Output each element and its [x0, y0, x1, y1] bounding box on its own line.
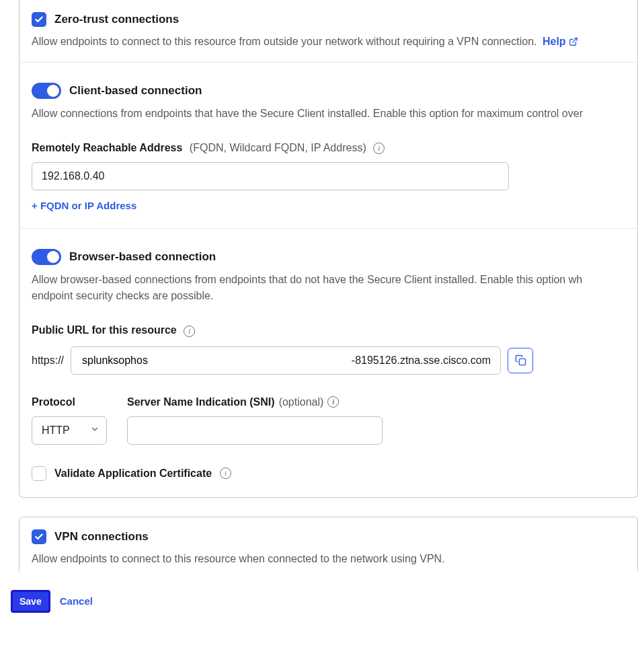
url-scheme: https:// [32, 354, 64, 367]
browser-connection-title: Browser-based connection [69, 250, 216, 264]
save-button[interactable]: Save [11, 590, 50, 613]
help-link-label: Help [543, 34, 566, 50]
svg-line-0 [572, 38, 576, 42]
client-connection-desc: Allow connections from endpoints that ha… [32, 106, 625, 122]
validate-cert-checkbox[interactable] [32, 466, 46, 481]
sni-input[interactable] [127, 416, 383, 445]
browser-connection-section: Browser-based connection Allow browser-b… [19, 229, 637, 496]
client-connection-title: Client-based connection [69, 84, 202, 98]
zero-trust-desc: Allow endpoints to connect to this resou… [32, 34, 625, 50]
copy-url-button[interactable] [508, 348, 533, 373]
public-url-label: Public URL for this resource [32, 324, 177, 336]
footer-actions: Save Cancel [0, 590, 638, 620]
sni-optional: (optional) [279, 396, 324, 408]
chevron-down-icon [90, 424, 99, 437]
vpn-card: VPN connections Allow endpoints to conne… [19, 517, 638, 571]
help-link[interactable]: Help [543, 34, 578, 50]
zero-trust-card: Zero-trust connections Allow endpoints t… [19, 0, 638, 498]
public-url-label-row: Public URL for this resource i [32, 324, 625, 336]
protocol-column: Protocol HTTP [32, 396, 107, 445]
protocol-value: HTTP [42, 424, 70, 437]
client-connection-section: Client-based connection Allow connection… [19, 63, 637, 229]
vpn-header: VPN connections Allow endpoints to conne… [19, 517, 637, 571]
sni-column: Server Name Indication (SNI) (optional) … [127, 396, 383, 445]
protocol-sni-row: Protocol HTTP Server Name Indication (SN… [32, 396, 625, 445]
public-url-row: https:// -8195126.ztna.sse.cisco.com [32, 346, 625, 375]
copy-icon [515, 354, 526, 366]
external-link-icon [569, 37, 578, 46]
zero-trust-header: Zero-trust connections Allow endpoints t… [19, 0, 637, 63]
client-connection-toggle[interactable] [32, 83, 61, 99]
sni-label-row: Server Name Indication (SNI) (optional) … [127, 396, 383, 408]
browser-connection-desc: Allow browser-based connections from end… [32, 272, 625, 304]
info-icon[interactable]: i [184, 326, 195, 337]
remote-address-label: Remotely Reachable Address [32, 142, 182, 153]
public-url-input[interactable] [81, 354, 352, 367]
validate-cert-label: Validate Application Certificate [54, 468, 212, 480]
remote-address-label-row: Remotely Reachable Address (FQDN, Wildca… [32, 142, 625, 154]
info-icon[interactable]: i [373, 143, 385, 154]
vpn-checkbox[interactable] [32, 529, 46, 544]
vpn-title: VPN connections [54, 530, 149, 544]
remote-address-input[interactable] [32, 162, 509, 190]
info-icon[interactable]: i [327, 396, 339, 408]
vpn-desc: Allow endpoints to connect to this resou… [32, 551, 625, 567]
zero-trust-title: Zero-trust connections [54, 13, 179, 26]
public-url-suffix: -8195126.ztna.sse.cisco.com [352, 354, 491, 367]
cancel-button[interactable]: Cancel [60, 595, 93, 607]
sni-label: Server Name Indication (SNI) [127, 396, 275, 408]
public-url-field[interactable]: -8195126.ztna.sse.cisco.com [71, 346, 501, 375]
svg-rect-1 [519, 359, 525, 365]
validate-cert-row: Validate Application Certificate i [32, 466, 625, 481]
protocol-label: Protocol [32, 396, 107, 408]
protocol-select[interactable]: HTTP [32, 416, 107, 445]
browser-connection-toggle[interactable] [32, 249, 61, 265]
add-fqdn-button[interactable]: + FQDN or IP Address [32, 200, 136, 211]
zero-trust-desc-text: Allow endpoints to connect to this resou… [32, 36, 537, 47]
remote-address-hint: (FQDN, Wildcard FQDN, IP Address) [190, 142, 366, 153]
info-icon[interactable]: i [220, 468, 231, 479]
zero-trust-checkbox[interactable] [32, 12, 46, 27]
